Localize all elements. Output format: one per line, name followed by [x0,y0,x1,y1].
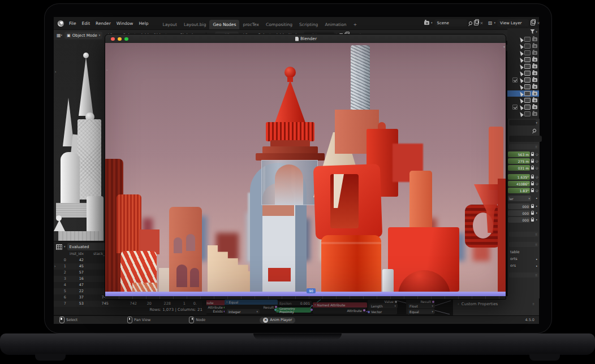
monitor-icon[interactable] [524,57,531,62]
scale-x-row[interactable]: 000• [508,203,540,209]
rotation-mode-dropdown[interactable]: ler▾ [508,196,531,201]
camera-icon[interactable] [532,92,537,96]
rotation-x-value[interactable]: 1.635° [508,174,530,180]
cursor-icon[interactable] [518,44,524,49]
panel-menu-icon[interactable]: ⠿ [535,243,537,246]
chevron-down-icon[interactable]: ▾ [431,21,433,24]
panel-menu-icon[interactable]: ⠿ [535,145,537,149]
outliner-row[interactable] [507,104,539,110]
tab-layout[interactable]: Layout [159,20,180,29]
custom-properties-header[interactable]: › Custom Properties [458,302,498,306]
col-stack-to[interactable]: stack_to [54,252,109,256]
keyframe-icon[interactable]: ◇ [536,152,538,156]
node-body[interactable]: Result Integer ▾ [225,305,278,314]
location-z-value[interactable]: 031 m [508,165,530,171]
current-frame-indicator[interactable]: 90 [307,288,316,293]
outliner-row[interactable] [507,63,539,70]
animate-dot-icon[interactable]: • [536,257,538,261]
monitor-icon[interactable] [524,71,531,76]
geometry-proximity-node[interactable]: › Geometry Proximity [275,307,312,313]
camera-icon[interactable] [532,64,537,68]
equal-node[interactable]: ▾ Equal [225,300,278,305]
keyframe-icon[interactable]: ◇ [536,188,538,192]
lock-icon[interactable] [531,190,534,192]
scale-z-value[interactable]: 000 [508,217,530,223]
location-z-row[interactable]: 031 m◇ [508,165,540,171]
monitor-icon[interactable] [524,84,531,89]
blender-logo-icon[interactable] [58,20,64,27]
tab-layout-big[interactable]: Layout.big [180,20,210,29]
tab-add-workspace[interactable]: + [350,20,360,29]
copy-view-layer-icon[interactable] [531,20,535,25]
spreadsheet-icon[interactable] [56,244,62,250]
socket-result[interactable] [432,301,434,303]
camera-icon[interactable] [532,105,537,109]
panel-header[interactable]: ⠿ [509,272,538,278]
chevron-down-icon[interactable]: ▾ [536,122,537,124]
chevron-down-icon[interactable]: ▾ [494,21,496,24]
location-x-value[interactable]: 563 m [508,151,530,157]
socket-value[interactable] [395,301,397,303]
monitor-icon[interactable] [524,77,531,83]
camera-icon[interactable] [532,37,537,41]
keyframe-icon[interactable]: ◇ [536,159,538,163]
outliner-row[interactable] [507,57,539,63]
outliner-row[interactable] [507,43,539,49]
editor-type-icon[interactable]: ▦ [57,33,61,38]
outliner-row[interactable] [507,111,539,117]
cursor-icon[interactable] [518,98,524,103]
sidebar-expand-icon[interactable]: › [55,70,56,73]
sidebar-expand-icon[interactable]: › [106,68,107,72]
cursor-icon[interactable] [518,105,524,110]
monitor-icon[interactable] [524,105,531,110]
tab-animation[interactable]: Animation [321,20,350,29]
view-layer-icon[interactable]: ▨ [488,20,493,25]
checkbox-icon[interactable] [512,105,518,110]
chevron-down-icon[interactable]: ▾ [536,31,537,33]
timeline-ticks[interactable] [105,296,506,300]
tab-proctex[interactable]: procTex [239,20,262,29]
camera-icon[interactable] [532,51,537,55]
panel-menu-icon[interactable]: ⠿ [532,302,534,306]
tab-geo-nodes[interactable]: Geo Nodes [209,20,239,29]
outliner-row[interactable] [507,50,539,56]
cursor-icon[interactable] [518,37,524,42]
lock-icon[interactable] [531,213,534,215]
outliner-row[interactable] [507,84,539,90]
monitor-icon[interactable] [524,44,531,49]
panel-menu-icon[interactable]: ⠿ [535,274,537,277]
keyframe-icon[interactable]: ◇ [536,166,538,170]
filter-funnel-icon[interactable] [530,29,534,34]
scale-y-value[interactable]: 000 [508,210,530,216]
animate-dot-icon[interactable]: • [536,218,538,222]
cursor-icon[interactable] [518,50,524,56]
keyframe-icon[interactable]: ◇ [536,181,538,185]
menu-render[interactable]: Render [93,21,114,26]
rotation-y-value[interactable]: 41086° [508,181,530,187]
named-attribute-node[interactable]: ▾ Named Attribute [313,302,367,307]
monitor-icon[interactable] [524,98,531,103]
socket-vector[interactable] [368,311,370,313]
animate-dot-icon[interactable]: • [536,264,538,268]
cursor-icon[interactable] [518,91,524,97]
lock-icon[interactable] [531,176,534,179]
float-dropdown[interactable]: Float ▾ [408,304,435,308]
pin-icon[interactable] [532,128,537,133]
cursor-icon[interactable] [518,77,524,83]
menu-help[interactable]: Help [136,21,151,26]
checkbox-icon[interactable] [512,77,518,83]
maximize-traffic-light[interactable] [124,37,128,41]
monitor-icon[interactable] [524,50,531,55]
scene-selector[interactable]: Scene [434,19,467,27]
timeline-strip[interactable] [105,292,506,296]
render-window-titlebar[interactable]: Blender [105,34,506,44]
rotation-z-row[interactable]: 1.83°◇ [508,188,540,193]
collapse-header-icon[interactable]: ▾ [503,45,505,49]
breadcrumb-field[interactable] [509,120,536,125]
panel-header[interactable]: ⠿ [509,242,538,247]
lock-icon[interactable] [531,183,534,185]
outliner-row[interactable] [507,70,539,76]
chevron-down-icon[interactable]: ▾ [61,34,63,37]
animate-dot-icon[interactable]: • [536,211,538,215]
lock-icon[interactable] [531,167,534,170]
